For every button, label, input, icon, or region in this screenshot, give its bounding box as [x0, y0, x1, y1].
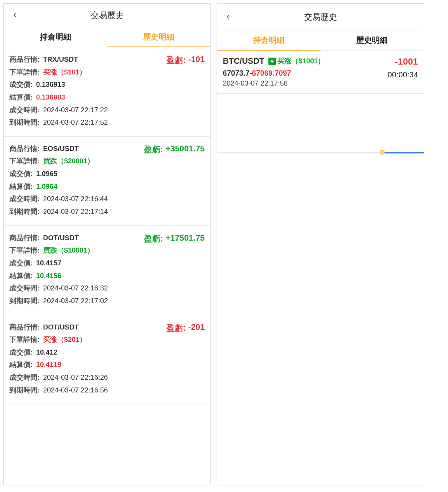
order-label: 下單詳情: — [9, 67, 40, 78]
order-detail: 买涨（$201） — [43, 335, 87, 345]
deal-time-label: 成交時間: — [9, 373, 40, 383]
deal-price-label: 成交價: — [9, 348, 33, 358]
progress-handle-icon — [380, 150, 385, 155]
holding-current-price: 67069.7097 — [252, 69, 291, 77]
product-label: 商品行情: — [9, 323, 40, 333]
settle-price-label: 結算價: — [9, 182, 33, 192]
expire-time-label: 到期時間: — [9, 207, 40, 217]
deal-time-label: 成交時間: — [9, 105, 40, 116]
order-label: 下單詳情: — [9, 246, 40, 256]
deal-price-label: 成交價: — [9, 169, 33, 179]
countdown-progress — [217, 151, 424, 154]
history-record: 盈虧:-201商品行情:DOT/USDT下單詳情:买涨（$201）成交價:10.… — [4, 315, 210, 404]
chevron-left-icon — [226, 14, 231, 20]
tab-history[interactable]: 歷史明細 — [107, 27, 211, 47]
history-record: 盈虧:+17501.75商品行情:DOT/USDT下單詳情:買跌（$10001）… — [4, 226, 210, 315]
pnl-label: 盈虧: — [144, 144, 163, 155]
tab-holding[interactable]: 持倉明細 — [217, 30, 321, 50]
product-label: 商品行情: — [9, 233, 40, 244]
tab-history[interactable]: 歷史明細 — [321, 30, 424, 50]
back-button[interactable] — [224, 12, 233, 22]
expire-time-label: 到期時間: — [9, 385, 40, 396]
settle-price: 10.4119 — [36, 360, 61, 370]
expire-time: 2024-03-07 22:17:02 — [43, 296, 108, 306]
expire-time-label: 到期時間: — [9, 118, 40, 128]
tab-holding[interactable]: 持倉明細 — [4, 27, 107, 47]
arrow-up-icon — [268, 58, 276, 65]
deal-time-label: 成交時間: — [9, 194, 40, 204]
header: 交易歷史 — [217, 4, 424, 30]
settle-price-label: 結算價: — [9, 93, 33, 103]
history-record: 盈虧:-101商品行情:TRX/USDT下單詳情:买涨（$101）成交價:0.1… — [4, 47, 210, 137]
holding-card: BTC/USDT 买涨（$1001） -1001 67073.7-67069.7… — [217, 51, 424, 94]
deal-time: 2024-03-07 22:17:22 — [43, 105, 108, 116]
deal-price-label: 成交價: — [9, 80, 33, 90]
product-pair: DOT/USDT — [43, 323, 79, 333]
settle-price-label: 結算價: — [9, 271, 33, 281]
pnl-label: 盈虧: — [144, 233, 163, 244]
holding-direction-badge: 买涨（$1001） — [268, 56, 325, 66]
pnl-value: -201 — [188, 323, 205, 334]
page-title: 交易歷史 — [91, 10, 124, 21]
deal-price: 10.412 — [36, 348, 58, 358]
holding-badge-text: 买涨（$1001） — [277, 56, 325, 66]
pnl: 盈虧:-101 — [166, 55, 205, 66]
expire-time: 2024-03-07 22:17:14 — [43, 207, 108, 217]
pnl-label: 盈虧: — [166, 323, 186, 334]
product-pair: DOT/USDT — [43, 233, 79, 244]
expire-time: 2024-03-07 22:17:52 — [43, 118, 108, 128]
product-label: 商品行情: — [9, 55, 40, 65]
deal-price: 0.136913 — [36, 80, 65, 90]
settle-price-label: 結算價: — [9, 360, 33, 370]
deal-time: 2024-03-07 22:16:26 — [43, 373, 108, 383]
settle-price: 10.4156 — [36, 271, 61, 281]
order-detail: 买涨（$101） — [43, 67, 87, 78]
product-label: 商品行情: — [9, 144, 40, 154]
pnl-value: -101 — [188, 55, 205, 66]
page-title: 交易歷史 — [304, 12, 337, 23]
tabs: 持倉明細 歷史明細 — [4, 27, 210, 47]
pnl-label: 盈虧: — [166, 55, 186, 66]
pnl: 盈虧:+35001.75 — [144, 144, 205, 155]
tabs: 持倉明細 歷史明細 — [217, 30, 424, 51]
chevron-left-icon — [12, 12, 18, 18]
holding-open-price: 67073.7 — [223, 69, 249, 77]
product-pair: TRX/USDT — [43, 55, 78, 65]
history-list: 盈虧:-101商品行情:TRX/USDT下單詳情:买涨（$101）成交價:0.1… — [4, 47, 210, 485]
pnl: 盈虧:+17501.75 — [144, 233, 205, 244]
order-label: 下單詳情: — [9, 156, 40, 167]
holding-timestamp: 2024-03-07 22:17:58 — [223, 79, 418, 88]
deal-time: 2024-03-07 22:16:44 — [43, 194, 108, 204]
pnl-value: +17501.75 — [166, 233, 205, 244]
holding-pair: BTC/USDT — [223, 56, 264, 66]
holding-amount: -1001 — [395, 56, 418, 67]
order-label: 下單詳情: — [9, 335, 40, 345]
holding-countdown: 00:00:34 — [388, 70, 418, 79]
pnl-value: +35001.75 — [166, 144, 205, 155]
expire-time: 2024-03-07 22:16:56 — [43, 385, 108, 396]
settle-price: 1.0964 — [36, 182, 58, 192]
settle-price: 0.136903 — [36, 93, 65, 103]
deal-price: 10.4157 — [36, 258, 61, 269]
history-panel-right: 交易歷史 持倉明細 歷史明細 BTC/USDT 买涨（$1001） -1001 … — [217, 3, 424, 485]
progress-fill — [382, 152, 424, 153]
deal-time: 2024-03-07 22:16:32 — [43, 283, 108, 294]
deal-time-label: 成交時間: — [9, 283, 40, 294]
expire-time-label: 到期時間: — [9, 296, 40, 306]
order-detail: 買跌（$20001） — [43, 156, 95, 167]
deal-price-label: 成交價: — [9, 258, 33, 269]
header: 交易歷史 — [4, 4, 210, 27]
order-detail: 買跌（$10001） — [43, 246, 95, 256]
back-button[interactable] — [10, 10, 20, 20]
history-panel-left: 交易歷史 持倉明細 歷史明細 盈虧:-101商品行情:TRX/USDT下單詳情:… — [3, 3, 211, 485]
deal-price: 1.0965 — [36, 169, 58, 179]
pnl: 盈虧:-201 — [166, 323, 205, 334]
history-record: 盈虧:+35001.75商品行情:EOS/USDT下單詳情:買跌（$20001）… — [4, 137, 210, 226]
product-pair: EOS/USDT — [43, 144, 79, 154]
